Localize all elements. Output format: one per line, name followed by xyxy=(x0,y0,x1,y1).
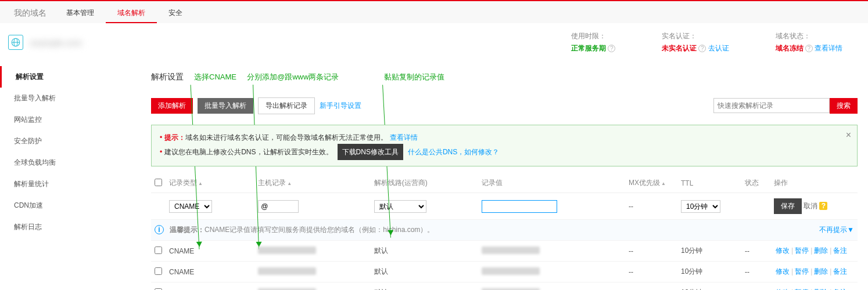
col-type[interactable]: 记录类型 xyxy=(166,173,254,193)
sidebar-item-stats[interactable]: 解析量统计 xyxy=(0,173,133,195)
cancel-button[interactable]: 取消 xyxy=(804,202,817,210)
search-input[interactable] xyxy=(713,98,830,113)
dns-help-link[interactable]: 什么是公共DNS，如何修改？ xyxy=(408,148,499,156)
col-state: 状态 xyxy=(741,173,770,193)
table-row: CNAME 默认 -- 10分钟 -- 修改|暂停|删除|备注 xyxy=(151,282,858,291)
hint-row: i温馨提示：CNAME记录值请填写空间服务商提供给您的域名（例如：hichina… xyxy=(151,220,858,241)
status-domain: 域名状态： 域名冻结? 查看详情 xyxy=(776,31,842,53)
pause-link[interactable]: 暂停 xyxy=(795,267,809,276)
line-select[interactable]: 默认 xyxy=(374,200,426,213)
records-table: 记录类型 主机记录 解析线路(运营商) 记录值 MX优先级 TTL 状态 操作 … xyxy=(151,173,858,290)
help-icon[interactable]: ? xyxy=(698,45,706,52)
row-checkbox[interactable] xyxy=(155,246,162,254)
section-title: 解析设置 xyxy=(151,72,184,82)
note-link[interactable]: 备注 xyxy=(833,267,847,276)
top-tabbar: 我的域名 基本管理 域名解析 安全 xyxy=(0,0,868,23)
export-button[interactable]: 导出解析记录 xyxy=(258,97,315,114)
table-row: CNAME 默认 -- 10分钟 -- 修改|暂停|删除|备注 xyxy=(151,262,858,282)
value-input[interactable] xyxy=(482,200,557,213)
sidebar-item-balance[interactable]: 全球负载均衡 xyxy=(0,152,133,173)
delete-link[interactable]: 删除 xyxy=(814,246,828,255)
select-all-checkbox[interactable] xyxy=(155,179,162,186)
sidebar-item-cdn[interactable]: CDN加速 xyxy=(0,195,133,216)
domain-name: example.com xyxy=(30,38,82,48)
link-verify[interactable]: 去认证 xyxy=(708,44,729,52)
domain-header: example.com 使用时限： 正常服务期? 实名认证： 未实名认证? 去认… xyxy=(0,23,868,64)
ttl-select[interactable]: 10分钟 xyxy=(681,200,720,213)
table-row: CNAME 默认 -- 10分钟 -- 修改|暂停|删除|备注 xyxy=(151,241,858,262)
status-realname: 实名认证： 未实名认证? 去认证 xyxy=(662,31,729,53)
alert-detail-link[interactable]: 查看详情 xyxy=(390,133,418,142)
help-icon[interactable]: ? xyxy=(608,45,615,52)
edit-link[interactable]: 修改 xyxy=(776,267,790,276)
annotation-paste: 黏贴复制的记录值 xyxy=(384,72,444,82)
info-icon: i xyxy=(155,225,164,234)
dns-tool-button[interactable]: 下载DNS修改工具 xyxy=(338,144,403,160)
brand-title: 我的域名 xyxy=(6,1,55,23)
globe-icon xyxy=(8,35,23,50)
row-checkbox[interactable] xyxy=(155,267,162,275)
pause-link[interactable]: 暂停 xyxy=(795,246,809,255)
link-viewdetail[interactable]: 查看详情 xyxy=(815,44,842,52)
col-line: 解析线路(运营商) xyxy=(371,173,478,193)
host-input[interactable] xyxy=(258,200,299,213)
col-ttl: TTL xyxy=(677,173,741,193)
row-checkbox[interactable] xyxy=(155,288,162,291)
delete-link[interactable]: 删除 xyxy=(814,267,828,276)
tab-dns[interactable]: 域名解析 xyxy=(106,1,157,23)
col-ops: 操作 xyxy=(770,173,858,193)
help-icon[interactable]: ? xyxy=(819,202,827,210)
import-button[interactable]: 批量导入解析 xyxy=(198,98,253,114)
col-mx[interactable]: MX优先级 xyxy=(625,173,677,193)
col-value: 记录值 xyxy=(478,173,625,193)
search-button[interactable]: 搜索 xyxy=(830,98,858,114)
sidebar: 解析设置 批量导入解析 网站监控 安全防护 全球负载均衡 解析量统计 CDN加速… xyxy=(0,64,134,290)
sidebar-item-parse[interactable]: 解析设置 xyxy=(0,66,133,88)
guide-link[interactable]: 新手引导设置 xyxy=(320,101,361,111)
help-icon[interactable]: ? xyxy=(805,45,813,52)
add-record-button[interactable]: 添加解析 xyxy=(151,98,193,114)
sidebar-item-monitor[interactable]: 网站监控 xyxy=(0,109,133,130)
sidebar-item-import[interactable]: 批量导入解析 xyxy=(0,88,133,109)
annotation-cname: 选择CNAME xyxy=(194,72,236,82)
type-select[interactable]: CNAME xyxy=(169,200,212,213)
note-link[interactable]: 备注 xyxy=(833,246,847,255)
close-icon[interactable]: × xyxy=(846,129,851,142)
edit-row: CNAME 默认 -- 10分钟 保存 取消? xyxy=(151,193,858,220)
sidebar-item-log[interactable]: 解析日志 xyxy=(0,216,133,238)
col-host[interactable]: 主机记录 xyxy=(254,173,371,193)
tab-basic[interactable]: 基本管理 xyxy=(55,1,106,23)
edit-link[interactable]: 修改 xyxy=(776,246,790,255)
status-usage: 使用时限： 正常服务期? xyxy=(571,31,615,53)
annotation-records: 分别添加@跟www两条记录 xyxy=(247,72,339,82)
sidebar-item-security[interactable]: 安全防护 xyxy=(0,130,133,152)
save-button[interactable]: 保存 xyxy=(774,198,802,214)
top-tabs: 基本管理 域名解析 安全 xyxy=(55,1,194,23)
alert-box: × •提示：域名如未进行域名实名认证，可能会导致域名解析无法正常使用。 查看详情… xyxy=(151,125,858,166)
noshow-link[interactable]: 不再提示▼ xyxy=(819,225,854,235)
tab-security[interactable]: 安全 xyxy=(157,1,194,23)
